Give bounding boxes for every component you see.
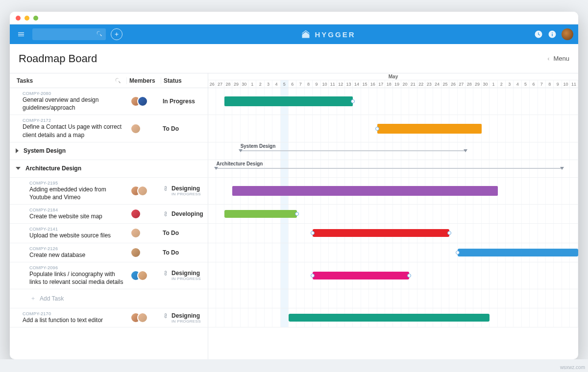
link-icon [162, 269, 170, 278]
task-row[interactable]: COMPY-2184Create the website site mapDev… [10, 205, 578, 224]
dependency-node[interactable] [311, 231, 315, 235]
members-cell[interactable] [127, 178, 162, 204]
dependency-node[interactable] [407, 274, 411, 278]
title-bar [10, 12, 578, 24]
menu-toggle[interactable] [15, 28, 27, 41]
avatar[interactable] [130, 247, 141, 258]
avatar[interactable] [130, 209, 141, 219]
gantt-bar[interactable] [313, 229, 449, 237]
avatar[interactable] [137, 96, 148, 107]
search-input[interactable] [32, 28, 106, 40]
day-column: 14 [353, 80, 361, 88]
status-sub: IN PROGRESS [172, 192, 208, 196]
menu-link[interactable]: Menu [547, 55, 569, 62]
filter-tasks-icon[interactable] [115, 77, 122, 84]
brand-logo: HYGGER [301, 29, 355, 39]
day-column: 28 [466, 80, 473, 88]
day-column: 26 [449, 80, 457, 88]
day-column: 10 [562, 80, 570, 88]
window-zoom[interactable] [33, 16, 38, 21]
day-column: 3 [506, 80, 514, 88]
task-row[interactable]: COMPY-2172Define a Contact Us page with … [10, 115, 578, 142]
dependency-node[interactable] [351, 99, 355, 103]
avatar[interactable] [130, 123, 141, 134]
members-cell[interactable] [127, 243, 162, 262]
col-tasks-label: Tasks [17, 77, 33, 84]
gantt-bar[interactable] [289, 314, 490, 322]
day-column: 28 [224, 80, 232, 88]
members-cell[interactable] [127, 224, 162, 242]
gantt-bar[interactable] [224, 96, 353, 106]
window-minimize[interactable] [24, 16, 29, 21]
members-cell[interactable] [127, 205, 162, 223]
add-button[interactable] [111, 28, 122, 40]
logo-icon [301, 29, 311, 39]
dependency-node[interactable] [375, 127, 379, 131]
day-column: 11 [329, 80, 337, 88]
day-column: 5 [281, 80, 289, 88]
day-column: 17 [377, 80, 385, 88]
status-cell: DesigningIN PROGRESS [162, 262, 208, 289]
group-row[interactable]: Architecture DesignArchitecture Design [10, 160, 578, 178]
day-column: 8 [305, 80, 313, 88]
gantt-bar[interactable] [377, 124, 482, 134]
chevron-icon[interactable] [16, 167, 21, 170]
month-label: May [208, 73, 578, 80]
group-bar-label: System Design [241, 143, 276, 149]
task-row[interactable]: COMPY-2195Adding embedded video from You… [10, 178, 578, 205]
members-cell[interactable] [127, 88, 162, 115]
task-row[interactable]: COMPY-2126Create new databaseTo Do [10, 243, 578, 262]
avatar[interactable] [562, 28, 573, 40]
day-column: 6 [530, 80, 538, 88]
members-cell[interactable] [127, 115, 162, 141]
members-cell[interactable] [127, 262, 162, 289]
window-close[interactable] [16, 16, 21, 21]
dependency-node[interactable] [295, 212, 299, 216]
top-nav: HYGGER [10, 24, 578, 44]
task-name: Create new database [29, 251, 124, 259]
task-id: COMPY-2195 [29, 181, 124, 186]
chevron-icon[interactable] [16, 148, 19, 153]
avatar[interactable] [137, 270, 148, 281]
avatar[interactable] [137, 186, 148, 196]
day-column: 7 [296, 80, 304, 88]
task-row[interactable]: COMPY-2080General overview and design gu… [10, 88, 578, 115]
day-column: 8 [546, 80, 554, 88]
avatar[interactable] [137, 312, 148, 323]
group-row[interactable]: System DesignSystem Design [10, 142, 578, 160]
gantt-bar[interactable] [224, 210, 297, 218]
avatar[interactable] [130, 228, 141, 238]
status-name: To Do [163, 125, 179, 132]
group-name: System Design [24, 147, 66, 154]
dependency-node[interactable] [447, 231, 451, 235]
link-icon [162, 185, 170, 193]
gantt-bar[interactable] [232, 186, 498, 196]
day-column: 6 [289, 80, 296, 88]
task-id: COMPY-2170 [23, 311, 124, 316]
dependency-node[interactable] [456, 251, 460, 255]
group-bar[interactable]: System Design [241, 150, 466, 151]
add-task-row[interactable]: Add Task [10, 289, 578, 308]
day-column: 4 [272, 80, 280, 88]
day-column: 1 [248, 80, 256, 88]
gantt-bar[interactable] [458, 249, 578, 256]
day-column: 29 [232, 80, 240, 88]
gantt-bar[interactable] [313, 272, 409, 279]
group-name: Architecture Design [25, 165, 81, 172]
day-column: 9 [313, 80, 320, 88]
day-column: 18 [385, 80, 393, 88]
day-column: 22 [417, 80, 425, 88]
status-name: Designing [172, 185, 200, 192]
add-task-button[interactable]: Add Task [10, 289, 64, 308]
task-row[interactable]: COMPY-2141Upload the website source file… [10, 224, 578, 243]
info-icon[interactable] [548, 30, 557, 39]
group-bar[interactable]: Architecture Design [216, 168, 562, 169]
task-row[interactable]: COMPY-2096Populate links / iconography w… [10, 262, 578, 289]
page-title: Roadmap Board [19, 52, 97, 65]
dependency-node[interactable] [311, 274, 315, 278]
status-name: In Progress [163, 98, 195, 105]
clock-icon[interactable] [534, 30, 543, 39]
members-cell[interactable] [127, 308, 162, 327]
day-column: 2 [498, 80, 506, 88]
task-row[interactable]: COMPY-2170Add a list function to text ed… [10, 308, 578, 327]
